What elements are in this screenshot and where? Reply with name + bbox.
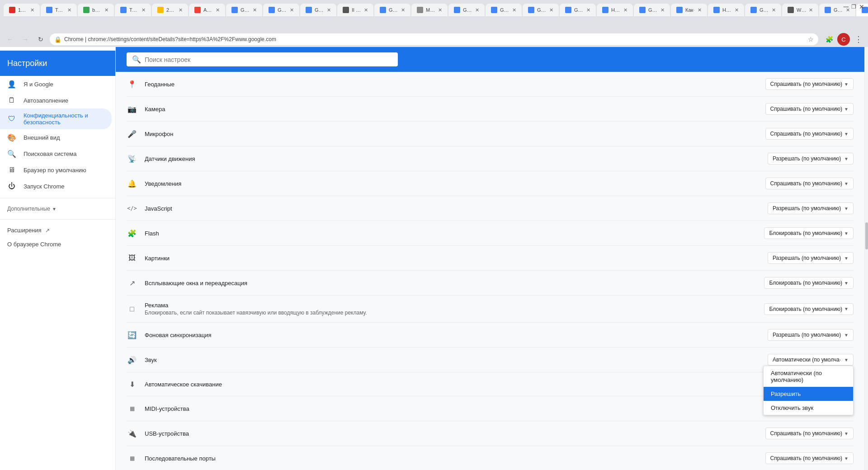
- sidebar-extensions[interactable]: Расширения ↗: [0, 223, 115, 237]
- tab-label-20: G wtwe·: [760, 7, 769, 13]
- tab-favicon-7: [269, 7, 275, 13]
- tab-label-17: G закр·: [648, 7, 658, 13]
- row-sublabel-ads: Блокировать, если сайт показывает навязч…: [145, 310, 759, 316]
- dropdown-option-Автоматически-(по-умолчанию)[interactable]: Автоматически (по умолчанию): [764, 366, 853, 387]
- dropdown-btn-images[interactable]: Разрешать (по умолчанию) ▼: [768, 252, 854, 264]
- browser-tab-19[interactable]: Новая вк· ✕: [708, 4, 744, 16]
- dropdown-btn-ads[interactable]: Блокировать (по умолчанию) ▼: [764, 303, 854, 315]
- tab-close-18[interactable]: ✕: [698, 7, 702, 13]
- browser-tab-14[interactable]: G каль· ✕: [523, 4, 559, 16]
- browser-tab-20[interactable]: G wtwe· ✕: [745, 4, 781, 16]
- browser-tab-11[interactable]: Мас· ✕: [411, 4, 448, 16]
- row-icon-motion: 📡: [127, 153, 137, 164]
- dropdown-btn-usb[interactable]: Спрашивать (по умолчанию) ▼: [765, 428, 854, 439]
- sidebar-advanced[interactable]: Дополнительные ▼: [0, 202, 115, 216]
- dropdown-btn-motion[interactable]: Разрешать (по умолчанию) ▼: [768, 153, 854, 164]
- dropdown-btn-flash[interactable]: Блокировать (по умолчанию) ▼: [764, 227, 854, 239]
- tab-close-11[interactable]: ✕: [438, 7, 442, 13]
- tab-close-21[interactable]: ✕: [809, 7, 813, 13]
- dropdown-btn-background-sync[interactable]: Разрешать (по умолчанию) ▼: [768, 329, 854, 341]
- browser-tab-15[interactable]: G jnrhs· ✕: [560, 4, 596, 16]
- dropdown-option-Отключить-звук[interactable]: Отключить звук: [764, 401, 853, 415]
- tab-favicon-3: [120, 7, 127, 13]
- browser-tab-0[interactable]: 1481· ✕: [4, 4, 40, 16]
- browser-tab-3[interactable]: Теле· ✕: [115, 4, 151, 16]
- tab-close-13[interactable]: ✕: [512, 7, 516, 13]
- browser-tab-21[interactable]: Winc· ✕: [782, 4, 818, 16]
- dropdown-btn-popups[interactable]: Блокировать (по умолчанию) ▼: [764, 277, 854, 289]
- window-maximize-icon[interactable]: ❐: [851, 4, 856, 10]
- dropdown-btn-camera[interactable]: Спрашивать (по умолчанию) ▼: [765, 103, 854, 115]
- dropdown-value-sound: Автоматически (по умолча·: [773, 357, 841, 363]
- browser-tab-5[interactable]: Авто· ✕: [189, 4, 225, 16]
- sidebar-about[interactable]: О браузере Chrome: [0, 237, 115, 251]
- row-label-serial: Последовательные порты: [145, 455, 760, 462]
- sidebar-item-appearance[interactable]: 🎨 Внешний вид: [0, 129, 112, 146]
- browser-tab-1[interactable]: Теле· ✕: [41, 4, 77, 16]
- tab-close-6[interactable]: ✕: [253, 7, 257, 13]
- nav-forward-button[interactable]: →: [19, 33, 32, 46]
- tab-close-1[interactable]: ✕: [67, 7, 71, 13]
- address-bar[interactable]: 🔒 Chrome | chrome://settings/content/sit…: [50, 33, 818, 45]
- browser-tab-13[interactable]: G bulle· ✕: [486, 4, 522, 16]
- browser-tab-16[interactable]: Нуже· ✕: [597, 4, 633, 16]
- dropdown-btn-geo[interactable]: Спрашивать (по умолчанию) ▼: [765, 78, 854, 90]
- dropdown-btn-serial[interactable]: Спрашивать (по умолчанию) ▼: [765, 452, 854, 464]
- tab-close-4[interactable]: ✕: [179, 7, 183, 13]
- sidebar-item-autofill[interactable]: 🗒 Автозаполнение: [0, 92, 112, 108]
- row-label-wrap-auto-download: Автоматическое скачивание: [145, 381, 848, 388]
- browser-tab-17[interactable]: G закр· ✕: [634, 4, 670, 16]
- tab-close-16[interactable]: ✕: [623, 7, 627, 13]
- tab-label-9: II Кро·: [352, 7, 361, 13]
- tab-close-2[interactable]: ✕: [104, 7, 108, 13]
- dropdown-btn-microphone[interactable]: Спрашивать (по умолчанию) ▼: [765, 128, 854, 140]
- sidebar-item-privacy[interactable]: 🛡 Конфиденциальность и безопасность: [0, 108, 112, 129]
- tab-label-1: Теле·: [55, 7, 65, 13]
- settings-row-usb: 🔌 USB-устройства Спрашивать (по умолчани…: [127, 421, 854, 446]
- nav-reload-button[interactable]: ↻: [34, 33, 47, 46]
- tab-close-20[interactable]: ✕: [772, 7, 776, 13]
- window-close-icon[interactable]: ✕: [859, 3, 864, 10]
- tab-close-10[interactable]: ✕: [401, 7, 405, 13]
- tab-close-19[interactable]: ✕: [735, 7, 739, 13]
- browser-menu-button[interactable]: ⋮: [852, 33, 864, 46]
- tab-close-15[interactable]: ✕: [586, 7, 590, 13]
- tab-close-3[interactable]: ✕: [142, 7, 146, 13]
- dropdown-option-Разрешить[interactable]: Разрешить: [764, 387, 853, 401]
- dropdown-btn-notifications[interactable]: Спрашивать (по умолчанию) ▼: [765, 178, 854, 189]
- browser-tab-6[interactable]: G теку· ✕: [226, 4, 262, 16]
- tab-close-8[interactable]: ✕: [327, 7, 331, 13]
- browser-tab-10[interactable]: G Кро· ✕: [374, 4, 410, 16]
- extensions-icon[interactable]: 🧩: [823, 33, 835, 46]
- sidebar-item-me-google[interactable]: 👤 Я и Google: [0, 76, 112, 92]
- search-input-wrap[interactable]: 🔍: [127, 52, 398, 66]
- window-minimize-icon[interactable]: ─: [844, 3, 849, 11]
- search-input[interactable]: [145, 56, 392, 63]
- sidebar-item-startup[interactable]: ⏻ Запуск Chrome: [0, 178, 112, 194]
- browser-tab-7[interactable]: G Ibyf· ✕: [263, 4, 299, 16]
- sidebar-item-search[interactable]: 🔍 Поисковая система: [0, 146, 112, 162]
- dropdown-btn-javascript[interactable]: Разрешать (по умолчанию) ▼: [768, 202, 854, 214]
- bookmark-icon[interactable]: ☆: [808, 36, 814, 43]
- browser-tab-18[interactable]: Как· ✕: [671, 4, 707, 16]
- nav-back-button[interactable]: ←: [4, 33, 16, 46]
- tab-close-12[interactable]: ✕: [475, 7, 479, 13]
- tab-close-5[interactable]: ✕: [216, 7, 220, 13]
- tab-favicon-4: [157, 7, 164, 13]
- tab-close-0[interactable]: ✕: [30, 7, 34, 13]
- tab-close-17[interactable]: ✕: [660, 7, 665, 13]
- tab-close-14[interactable]: ✕: [549, 7, 553, 13]
- row-control-serial: Спрашивать (по умолчанию) ▼: [765, 452, 854, 464]
- dropdown-btn-sound[interactable]: Автоматически (по умолча· ▼: [768, 354, 854, 366]
- browser-tab-8[interactable]: G zyltrc· ✕: [300, 4, 336, 16]
- browser-tab-9[interactable]: II Кро· ✕: [337, 4, 373, 16]
- browser-tab-2[interactable]: b2b.r· ✕: [78, 4, 114, 16]
- sidebar-item-browser-default[interactable]: 🖥 Браузер по умолчанию: [0, 162, 112, 178]
- browser-tab-4[interactable]: 24 Зада· ✕: [152, 4, 188, 16]
- browser-tab-12[interactable]: G what· ✕: [448, 4, 485, 16]
- settings-row-midi: ▦ MIDI-устройства Спрашивать (по умолчан…: [127, 396, 854, 421]
- tab-close-9[interactable]: ✕: [364, 7, 368, 13]
- tab-close-7[interactable]: ✕: [290, 7, 294, 13]
- profile-icon[interactable]: C: [837, 33, 850, 46]
- row-control-ads: Блокировать (по умолчанию) ▼: [764, 303, 854, 315]
